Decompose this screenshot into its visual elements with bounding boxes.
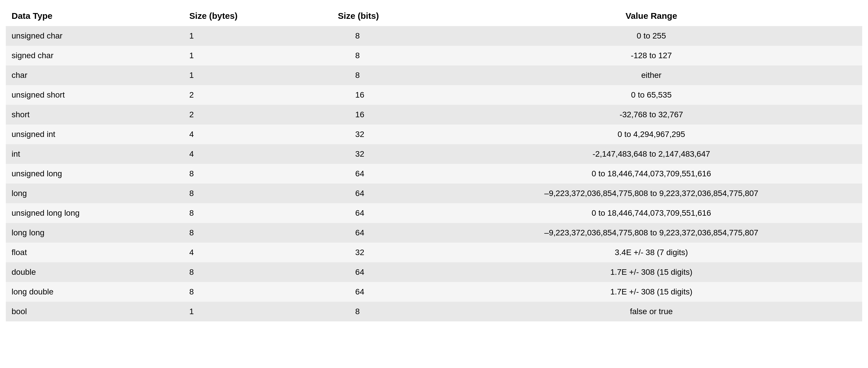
- cell-data-type: long double: [6, 282, 155, 302]
- cell-data-type: short: [6, 105, 155, 124]
- data-types-table: Data Type Size (bytes) Size (bits) Value…: [6, 6, 862, 321]
- header-value-range: Value Range: [440, 6, 862, 26]
- cell-size-bits: 32: [320, 243, 441, 262]
- cell-value-range: -32,768 to 32,767: [440, 105, 862, 124]
- table-row: long864–9,223,372,036,854,775,808 to 9,2…: [6, 183, 862, 203]
- cell-size-bytes: 1: [155, 302, 320, 321]
- table-row: unsigned int4320 to 4,294,967,295: [6, 124, 862, 144]
- cell-size-bits: 8: [320, 46, 441, 65]
- cell-value-range: -128 to 127: [440, 46, 862, 65]
- cell-size-bytes: 8: [155, 203, 320, 223]
- table-row: short216-32,768 to 32,767: [6, 105, 862, 124]
- cell-value-range: 0 to 4,294,967,295: [440, 124, 862, 144]
- cell-value-range: –9,223,372,036,854,775,808 to 9,223,372,…: [440, 223, 862, 243]
- cell-value-range: –9,223,372,036,854,775,808 to 9,223,372,…: [440, 183, 862, 203]
- cell-value-range: false or true: [440, 302, 862, 321]
- cell-size-bits: 8: [320, 65, 441, 85]
- cell-size-bits: 64: [320, 164, 441, 183]
- header-size-bytes: Size (bytes): [155, 6, 320, 26]
- cell-size-bytes: 2: [155, 85, 320, 105]
- cell-value-range: 3.4E +/- 38 (7 digits): [440, 243, 862, 262]
- cell-value-range: either: [440, 65, 862, 85]
- cell-size-bits: 64: [320, 282, 441, 302]
- cell-size-bytes: 2: [155, 105, 320, 124]
- table-row: unsigned long long8640 to 18,446,744,073…: [6, 203, 862, 223]
- cell-data-type: bool: [6, 302, 155, 321]
- cell-value-range: 0 to 65,535: [440, 85, 862, 105]
- cell-data-type: unsigned int: [6, 124, 155, 144]
- cell-size-bits: 16: [320, 105, 441, 124]
- table-row: unsigned char180 to 255: [6, 26, 862, 46]
- cell-value-range: 0 to 255: [440, 26, 862, 46]
- cell-data-type: signed char: [6, 46, 155, 65]
- cell-data-type: long long: [6, 223, 155, 243]
- cell-data-type: unsigned long long: [6, 203, 155, 223]
- cell-size-bits: 64: [320, 262, 441, 282]
- cell-data-type: unsigned long: [6, 164, 155, 183]
- cell-size-bits: 64: [320, 223, 441, 243]
- cell-data-type: long: [6, 183, 155, 203]
- cell-size-bytes: 8: [155, 223, 320, 243]
- cell-value-range: 1.7E +/- 308 (15 digits): [440, 282, 862, 302]
- cell-data-type: double: [6, 262, 155, 282]
- cell-size-bytes: 4: [155, 243, 320, 262]
- cell-data-type: int: [6, 144, 155, 164]
- cell-size-bits: 64: [320, 203, 441, 223]
- cell-size-bits: 16: [320, 85, 441, 105]
- cell-size-bytes: 8: [155, 282, 320, 302]
- cell-size-bits: 8: [320, 302, 441, 321]
- table-row: float4323.4E +/- 38 (7 digits): [6, 243, 862, 262]
- table-row: signed char18-128 to 127: [6, 46, 862, 65]
- cell-size-bytes: 8: [155, 183, 320, 203]
- cell-data-type: float: [6, 243, 155, 262]
- cell-size-bytes: 1: [155, 46, 320, 65]
- table-row: long long864–9,223,372,036,854,775,808 t…: [6, 223, 862, 243]
- cell-data-type: unsigned short: [6, 85, 155, 105]
- cell-size-bytes: 4: [155, 144, 320, 164]
- table-row: unsigned short2160 to 65,535: [6, 85, 862, 105]
- cell-size-bytes: 1: [155, 26, 320, 46]
- table-row: long double8641.7E +/- 308 (15 digits): [6, 282, 862, 302]
- table-row: double8641.7E +/- 308 (15 digits): [6, 262, 862, 282]
- cell-data-type: char: [6, 65, 155, 85]
- cell-size-bits: 32: [320, 144, 441, 164]
- cell-value-range: 0 to 18,446,744,073,709,551,616: [440, 164, 862, 183]
- table-row: unsigned long8640 to 18,446,744,073,709,…: [6, 164, 862, 183]
- cell-size-bytes: 8: [155, 262, 320, 282]
- header-size-bits: Size (bits): [320, 6, 441, 26]
- table-row: bool18false or true: [6, 302, 862, 321]
- cell-value-range: -2,147,483,648 to 2,147,483,647: [440, 144, 862, 164]
- cell-value-range: 1.7E +/- 308 (15 digits): [440, 262, 862, 282]
- cell-size-bits: 64: [320, 183, 441, 203]
- header-data-type: Data Type: [6, 6, 155, 26]
- cell-size-bytes: 1: [155, 65, 320, 85]
- table-header-row: Data Type Size (bytes) Size (bits) Value…: [6, 6, 862, 26]
- cell-value-range: 0 to 18,446,744,073,709,551,616: [440, 203, 862, 223]
- cell-size-bits: 8: [320, 26, 441, 46]
- table-row: char18either: [6, 65, 862, 85]
- cell-size-bits: 32: [320, 124, 441, 144]
- cell-size-bytes: 8: [155, 164, 320, 183]
- table-row: int432-2,147,483,648 to 2,147,483,647: [6, 144, 862, 164]
- cell-data-type: unsigned char: [6, 26, 155, 46]
- cell-size-bytes: 4: [155, 124, 320, 144]
